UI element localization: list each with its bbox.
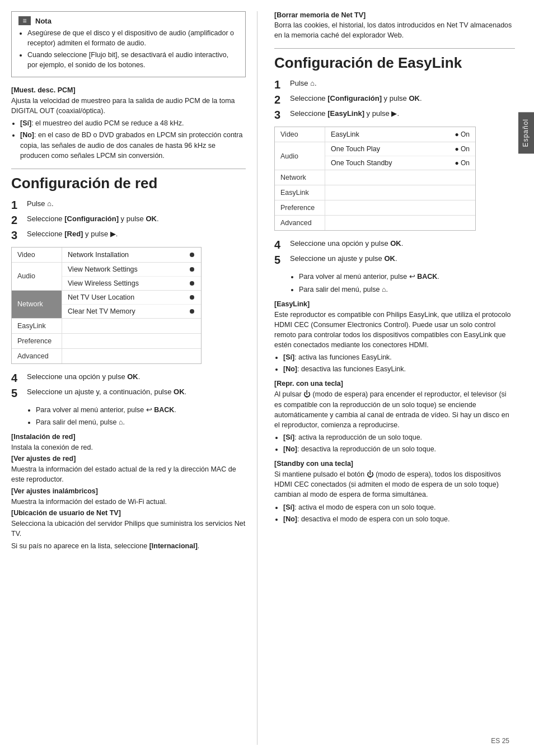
red-step-5: 5 Seleccione un ajuste y, a continuación… — [11, 387, 246, 399]
easylink-sub-steps: Para volver al menú anterior, pulse BACK… — [290, 272, 515, 294]
el-row-advanced: Advanced — [275, 216, 475, 230]
menu-row-audio: Audio View Network Settings View Wireles… — [12, 263, 201, 291]
red-sub-2: Para salir del menú, pulse . — [36, 417, 246, 427]
instalacion-text: Instala la conexión de red. — [11, 442, 246, 452]
easylink-step-1: 1 Pulse . — [274, 78, 515, 91]
menu-row-preference: Preference — [12, 334, 201, 349]
easylink-si: [Sí]: activa las funciones EasyLink. — [283, 352, 515, 362]
ubicacion-label: [Ubicación de usuario de Net TV] — [11, 509, 246, 517]
pcm-bullet-2: [No]: en el caso de BD o DVD grabados en… — [20, 130, 246, 160]
red-heading: Configuración de red — [11, 175, 246, 192]
net-option-1: Network Installation — [62, 248, 201, 262]
menu-options-network: Net TV User Location Clear Net TV Memory — [62, 291, 201, 318]
repr-label: [Repr. con una tecla] — [274, 380, 515, 388]
el-option-easylink: EasyLink ● On — [325, 128, 475, 141]
pcm-bullets: [Sí]: el muestreo del audio PCM se reduc… — [20, 118, 246, 161]
red-sub-steps: Para volver al menú anterior, pulse BACK… — [27, 405, 246, 427]
repr-si: [Sí]: activa la reproducción de un solo … — [283, 432, 515, 442]
menu-options-audio: View Network Settings View Wireless Sett… — [62, 263, 201, 290]
note-box: Nota Asegúrese de que el disco y el disp… — [11, 11, 246, 77]
menu-cell-easylink: EasyLink — [12, 319, 62, 333]
easylink-heading: Configuración de EasyLink — [274, 54, 515, 72]
easylink-sub-2: Para salir del menú, pulse . — [299, 284, 515, 295]
ver-inalambricos-text: Muestra la información del estado de Wi-… — [11, 497, 246, 507]
menu-cell-advanced: Advanced — [12, 349, 62, 363]
menu-cell-video: Video — [12, 248, 62, 262]
easylink-menu-table: Video EasyLink ● On Audio One Touc — [274, 127, 476, 231]
el-options-easylink2 — [325, 185, 475, 200]
el-options-preference — [325, 200, 475, 215]
menu-options-easylink — [62, 319, 201, 333]
el-row-preference: Preference — [275, 200, 475, 216]
easylink-feat-text: Este reproductor es compatible con Phili… — [274, 310, 515, 351]
ver-ajustes-label: [Ver ajustes de red] — [11, 455, 246, 463]
divider-red — [11, 169, 246, 169]
red-sub-1: Para volver al menú anterior, pulse BACK… — [36, 405, 246, 415]
pcm-bullet-1: [Sí]: el muestreo del audio PCM se reduc… — [20, 118, 246, 128]
easylink-step-4: 4 Seleccione una opción y pulse OK. — [274, 239, 515, 251]
note-item-1: Asegúrese de que el disco y el dispositi… — [27, 29, 238, 48]
easylink-no: [No]: desactiva las funciones EasyLink. — [283, 364, 515, 374]
easylink-feat-label: [EasyLink] — [274, 300, 515, 308]
el-cell-video: Video — [275, 127, 325, 142]
easylink-section: Configuración de EasyLink 1 Pulse . 2 Se… — [274, 54, 515, 524]
el-options-audio: One Touch Play ● On One Touch Standby ● … — [325, 142, 475, 170]
el-row-easylink: EasyLink — [275, 185, 475, 200]
ubicacion-text2: Si su país no aparece en la lista, selec… — [11, 541, 246, 551]
language-tab: Español — [518, 112, 534, 153]
red-step-4: 4 Seleccione una opción y pulse OK. — [11, 372, 246, 384]
easylink-steps-45: 4 Seleccione una opción y pulse OK. 5 Se… — [274, 239, 515, 266]
standby-si: [Sí]: activa el modo de espera con un so… — [283, 502, 515, 512]
note-title: Nota — [35, 17, 51, 25]
el-row-audio: Audio One Touch Play ● On One Touch Stan… — [275, 142, 475, 170]
standby-no: [No]: desactiva el modo de espera con un… — [283, 514, 515, 524]
standby-text: Si mantiene pulsado el botón ⏻ (modo de … — [274, 469, 515, 500]
easylink-step-5: 5 Seleccione un ajuste y pulse OK. — [274, 254, 515, 266]
page-number: ES 25 — [491, 737, 509, 745]
red-steps-45: 4 Seleccione una opción y pulse OK. 5 Se… — [11, 372, 246, 399]
repr-no: [No]: desactiva la reproducción de un so… — [283, 444, 515, 454]
menu-row-network: Network Net TV User Location Clear Net T… — [12, 291, 201, 319]
pcm-section: [Muest. desc. PCM] Ajusta la velocidad d… — [11, 86, 246, 161]
borrar-text: Borra las cookies, el historial, los dat… — [274, 20, 515, 40]
ver-ajustes-text: Muestra la información del estado actual… — [11, 464, 246, 484]
easylink-steps: 1 Pulse . 2 Seleccione [Configuración] y… — [274, 78, 515, 121]
el-options-video: EasyLink ● On — [325, 127, 475, 142]
el-options-advanced — [325, 216, 475, 230]
el-cell-network: Network — [275, 170, 325, 185]
menu-row-video: Video Network Installation — [12, 248, 201, 263]
menu-options-advanced — [62, 349, 201, 363]
standby-bullets: [Sí]: activa el modo de espera con un so… — [283, 502, 515, 524]
menu-options-preference — [62, 334, 201, 348]
menu-row-easylink: EasyLink — [12, 319, 201, 334]
el-option-ots: One Touch Standby ● On — [325, 156, 475, 170]
menu-cell-audio: Audio — [12, 263, 62, 290]
note-item-2: Cuando seleccione [Flujo bit], se desact… — [27, 50, 238, 70]
instalacion-label: [Instalación de red] — [11, 433, 246, 441]
red-descriptions: [Instalación de red] Instala la conexión… — [11, 433, 246, 551]
red-step-2: 2 Seleccione [Configuración] y pulse OK. — [11, 214, 246, 226]
note-list: Asegúrese de que el disco y el dispositi… — [27, 29, 238, 70]
easylink-sub-1: Para volver al menú anterior, pulse BACK… — [299, 272, 515, 282]
net-option-4: Net TV User Location — [62, 291, 201, 305]
net-option-2: View Network Settings — [62, 263, 201, 277]
network-menu-table: Video Network Installation Audio — [11, 247, 202, 364]
divider-easylink — [274, 48, 515, 49]
ubicacion-text: Selecciona la ubicación del servidor Phi… — [11, 519, 246, 539]
repr-bullets: [Sí]: activa la reproducción de un solo … — [283, 432, 515, 454]
pcm-label: [Muest. desc. PCM] — [11, 86, 246, 94]
right-column: [Borrar memoria de Net TV] Borra las coo… — [257, 11, 515, 745]
el-cell-easylink: EasyLink — [275, 185, 325, 200]
ver-inalambricos-label: [Ver ajustes inalámbricos] — [11, 487, 246, 495]
el-row-network: Network — [275, 170, 475, 185]
net-option-3: View Wireless Settings — [62, 277, 201, 290]
menu-cell-network: Network — [12, 291, 62, 318]
el-cell-preference: Preference — [275, 200, 325, 215]
el-cell-advanced: Advanced — [275, 216, 325, 230]
pcm-text: Ajusta la velocidad de muestreo para la … — [11, 96, 246, 116]
standby-label: [Standby con una tecla] — [274, 460, 515, 468]
easylink-feat-bullets: [Sí]: activa las funciones EasyLink. [No… — [283, 352, 515, 374]
borrar-section: [Borrar memoria de Net TV] Borra las coo… — [274, 11, 515, 40]
net-option-5: Clear Net TV Memory — [62, 305, 201, 318]
el-cell-audio: Audio — [275, 142, 325, 170]
